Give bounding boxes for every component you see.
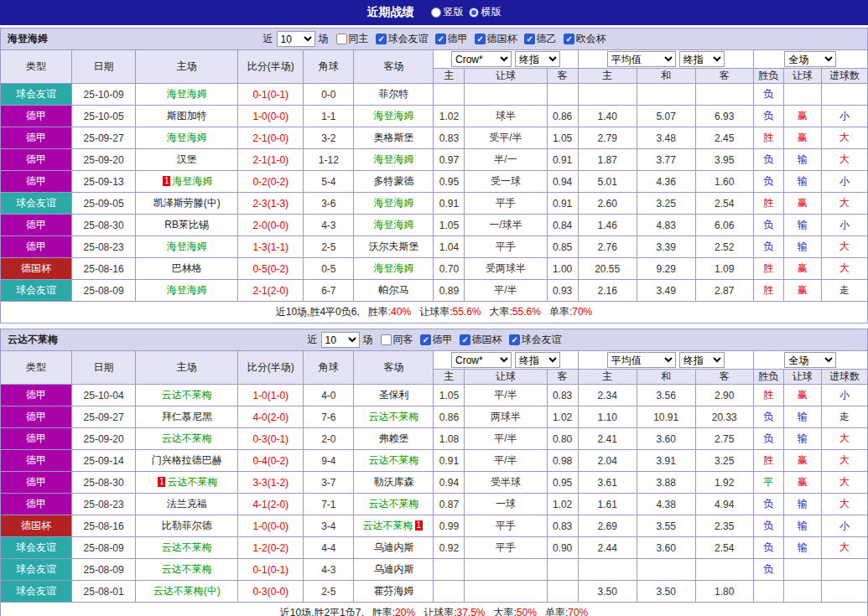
away-team-link[interactable]: 乌迪内斯	[373, 563, 413, 575]
recent-count-select[interactable]: 10	[277, 31, 315, 47]
recent-count-select[interactable]: 10	[321, 332, 360, 348]
score-link[interactable]: 0-5(0-2)	[252, 263, 288, 275]
away-team-link[interactable]: 霍芬海姆	[373, 585, 413, 597]
euro-odds-company-select[interactable]: 平均值	[607, 352, 676, 368]
home-team-link[interactable]: 门兴格拉德巴赫	[152, 454, 222, 466]
away-team-link[interactable]: 海登海姆	[373, 197, 413, 209]
checkbox-德国杯[interactable]	[460, 334, 470, 345]
corners-cell: 0-0	[304, 84, 354, 106]
away-team-link[interactable]: 云达不莱梅	[368, 498, 418, 510]
away-team-link[interactable]: 云达不莱梅	[368, 411, 418, 422]
checkbox-欧会杯[interactable]	[564, 34, 574, 44]
away-cell: 云达不莱梅	[354, 450, 434, 472]
away-team-link[interactable]: 勒沃库森	[373, 476, 413, 488]
euro-odds-time-select[interactable]: 终指	[679, 51, 725, 67]
score-link[interactable]: 2-3(1-3)	[252, 198, 288, 210]
layout-option-vertical[interactable]: 竖版	[431, 5, 464, 19]
away-team-link[interactable]: 乌迪内斯	[373, 541, 413, 553]
home-team-link[interactable]: 法兰克福	[167, 498, 207, 510]
away-team-link[interactable]: 奥格斯堡	[373, 132, 413, 143]
scope-select[interactable]: 全场	[784, 51, 836, 67]
asian-odds-company-select[interactable]: Crow*	[451, 51, 512, 67]
eu-draw-odds: 4.38	[637, 494, 695, 515]
checkbox-同客[interactable]	[381, 334, 392, 345]
away-team-link[interactable]: 沃尔夫斯堡	[368, 241, 418, 252]
score-link[interactable]: 2-1(1-0)	[252, 154, 288, 166]
away-team-link[interactable]: 云达不莱梅	[368, 454, 418, 466]
home-team-link[interactable]: 云达不莱梅	[162, 432, 212, 444]
home-team-link[interactable]: 巴林格	[172, 262, 202, 274]
score-link[interactable]: 3-3(1-2)	[252, 477, 288, 489]
checkbox-德乙[interactable]	[524, 34, 535, 44]
home-team-link[interactable]: 海登海姆	[172, 175, 212, 187]
home-team-link[interactable]: 云达不莱梅	[162, 389, 212, 401]
asian-odds-time-select[interactable]: 终指	[515, 352, 560, 368]
team-name[interactable]: 云达不莱梅	[8, 333, 58, 347]
score-link[interactable]: 1-3(1-1)	[252, 241, 288, 253]
goals-cell: 小	[821, 385, 867, 406]
away-team-link[interactable]: 帕尔马	[378, 284, 408, 296]
score-link[interactable]: 4-1(2-0)	[252, 499, 288, 510]
score-link[interactable]: 2-1(2-0)	[252, 285, 288, 297]
radio-horizontal-icon[interactable]	[469, 8, 479, 18]
home-team-link[interactable]: 拜仁慕尼黑	[162, 411, 212, 422]
home-team-link[interactable]: 比勒菲尔德	[162, 520, 212, 531]
away-team-link[interactable]: 海登海姆	[373, 219, 413, 230]
score-link[interactable]: 0-2(0-2)	[252, 176, 288, 188]
checkbox-球会友谊[interactable]	[376, 34, 387, 44]
home-team-link[interactable]: 斯图加特	[167, 110, 207, 122]
eu-home-odds: 2.69	[578, 515, 637, 537]
score-link[interactable]: 2-1(0-0)	[252, 132, 288, 144]
euro-odds-time-select[interactable]: 终指	[679, 352, 725, 368]
score-link[interactable]: 1-0(1-0)	[252, 390, 288, 401]
eu-draw-odds: 3.48	[637, 127, 695, 149]
score-link[interactable]: 1-0(0-0)	[252, 520, 288, 532]
score-link[interactable]: 0-3(0-1)	[252, 433, 288, 445]
away-team-link[interactable]: 菲尔特	[378, 88, 408, 100]
home-team-link[interactable]: 云达不莱梅	[162, 563, 212, 575]
checkbox-德国杯[interactable]	[475, 34, 486, 44]
column-header: 日期	[72, 351, 136, 385]
home-team-link[interactable]: 云达不莱梅	[162, 541, 212, 553]
score-link[interactable]: 0-1(0-1)	[252, 89, 288, 101]
handicap-result-cell: 赢	[783, 472, 821, 494]
scope-select[interactable]: 全场	[784, 352, 836, 368]
home-team-link[interactable]: 云达不莱梅(中)	[153, 585, 221, 597]
score-link[interactable]: 1-2(0-2)	[252, 542, 288, 554]
euro-odds-company-select[interactable]: 平均值	[607, 51, 676, 67]
home-team-link[interactable]: 汉堡	[177, 153, 197, 165]
layout-option-horizontal[interactable]: 横版	[469, 5, 502, 19]
away-team-link[interactable]: 圣保利	[378, 389, 408, 401]
away-team-link[interactable]: 海登海姆	[373, 262, 413, 274]
home-team-link[interactable]: 海登海姆	[167, 132, 207, 143]
away-cell: 帕尔马	[354, 280, 434, 302]
score-link[interactable]: 1-0(0-0)	[252, 111, 288, 122]
score-link[interactable]: 0-4(0-2)	[252, 455, 288, 467]
asian-odds-company-select[interactable]: Crow*	[451, 352, 512, 368]
score-link[interactable]: 0-1(0-1)	[252, 564, 288, 576]
league-cell: 德国杯	[1, 258, 72, 280]
away-team-link[interactable]: 弗赖堡	[378, 432, 408, 444]
home-team-link[interactable]: 海登海姆	[167, 241, 207, 252]
home-team-link[interactable]: RB莱比锡	[164, 219, 209, 230]
team-name[interactable]: 海登海姆	[8, 32, 48, 46]
away-team-link[interactable]: 云达不莱梅	[363, 520, 413, 531]
home-team-link[interactable]: 海登海姆	[167, 88, 207, 100]
home-team-link[interactable]: 海登海姆	[167, 284, 207, 296]
score-link[interactable]: 2-0(0-0)	[252, 220, 288, 231]
away-team-link[interactable]: 海登海姆	[373, 153, 413, 165]
score-link[interactable]: 4-0(2-0)	[252, 412, 288, 423]
checkbox-德甲[interactable]	[420, 334, 431, 345]
home-team-link[interactable]: 凯泽斯劳滕(中)	[153, 197, 221, 209]
sub-column-header: 客	[695, 370, 753, 385]
checkbox-同主[interactable]	[336, 34, 347, 44]
score-link[interactable]: 0-3(0-0)	[252, 586, 288, 598]
asian-odds-time-select[interactable]: 终指	[515, 51, 560, 67]
away-team-link[interactable]: 多特蒙德	[373, 175, 413, 187]
home-team-link[interactable]: 云达不莱梅	[167, 476, 217, 488]
radio-vertical-icon[interactable]	[431, 8, 441, 18]
checkbox-德甲[interactable]	[435, 34, 446, 44]
ah-away-odds: 0.85	[547, 236, 578, 258]
away-team-link[interactable]: 海登海姆	[373, 110, 413, 122]
checkbox-球会友谊[interactable]	[509, 334, 520, 345]
